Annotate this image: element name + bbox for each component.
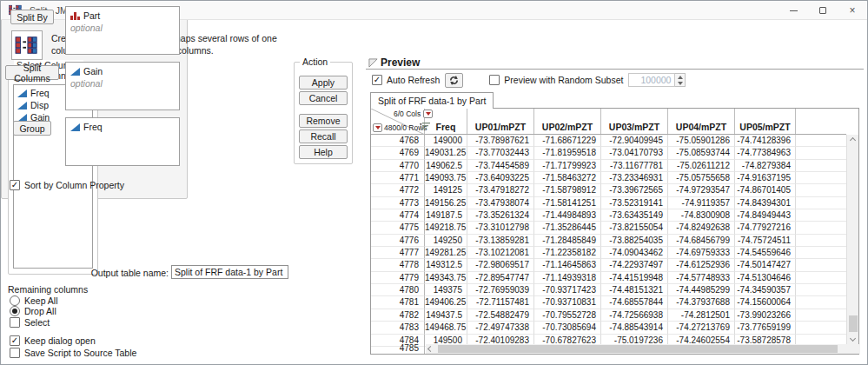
cell[interactable]: -71.14939318 xyxy=(534,272,601,284)
cell[interactable]: -74.57748933 xyxy=(668,272,735,284)
scroll-down-icon[interactable] xyxy=(850,335,856,342)
cell[interactable]: -70.93710831 xyxy=(534,296,601,309)
cell[interactable]: -74.74128396 xyxy=(735,135,796,147)
spin-up-icon[interactable] xyxy=(675,74,685,80)
table-row[interactable]: 4769149031.25-73.77032443-71.81959518-73… xyxy=(371,147,846,159)
horizontal-scrollbar[interactable] xyxy=(426,344,860,354)
cell[interactable]: 149437.5 xyxy=(425,309,467,322)
row-number[interactable]: 4772 xyxy=(371,184,425,196)
select-checkbox[interactable] xyxy=(10,317,20,328)
cell[interactable]: -71.58141251 xyxy=(534,197,601,209)
cell[interactable]: 149187.5 xyxy=(425,209,467,222)
row-number[interactable]: 4777 xyxy=(371,247,425,259)
row-number[interactable]: 4785 xyxy=(371,344,425,354)
cell[interactable]: -73.13859281 xyxy=(467,235,534,247)
cell[interactable]: -74.82492638 xyxy=(668,222,735,234)
cell[interactable]: -74.27213769 xyxy=(668,322,735,334)
cell[interactable]: -74.86701405 xyxy=(735,184,796,196)
vertical-scrollbar[interactable] xyxy=(846,135,858,344)
cell[interactable]: -74.44985299 xyxy=(668,284,735,296)
group-button[interactable]: Group xyxy=(13,121,51,136)
row-number[interactable]: 4770 xyxy=(371,160,425,172)
cell[interactable]: -73.23346931 xyxy=(601,172,668,184)
cell[interactable]: -71.58463272 xyxy=(534,172,601,184)
cell[interactable]: -73.31012798 xyxy=(467,222,534,234)
tab-split-output[interactable]: Split of FRF data-1 by Part xyxy=(370,92,494,109)
cell[interactable]: -74.51304646 xyxy=(735,272,796,284)
cell[interactable]: 149062.5 xyxy=(425,160,467,172)
cell[interactable]: -73.64093225 xyxy=(467,172,534,184)
cell[interactable]: -70.93717423 xyxy=(534,284,601,296)
row-number[interactable]: 4769 xyxy=(371,147,425,159)
cell[interactable]: 149375 xyxy=(425,284,467,296)
cell[interactable]: -73.99023266 xyxy=(735,309,796,322)
cell[interactable]: -73.10212081 xyxy=(467,247,534,259)
cell[interactable]: -70.79552728 xyxy=(534,309,601,322)
cell[interactable]: -74.15600064 xyxy=(735,296,796,309)
cell[interactable]: -74.72566938 xyxy=(601,309,668,322)
column-item-part[interactable]: Part xyxy=(70,10,179,22)
scroll-left-icon[interactable] xyxy=(427,346,434,352)
cell[interactable]: 149343.75 xyxy=(425,272,467,284)
help-button[interactable]: Help xyxy=(299,145,348,159)
drop-all-radio[interactable] xyxy=(10,306,20,316)
spinner-stepper[interactable] xyxy=(675,73,686,87)
cell[interactable]: -73.77659199 xyxy=(735,322,796,334)
cell[interactable]: -74.77927216 xyxy=(735,222,796,234)
cell[interactable]: -70.73085694 xyxy=(534,322,601,334)
cell[interactable]: -74.61252936 xyxy=(668,259,735,271)
cell[interactable]: -74.97293547 xyxy=(668,184,735,196)
cell[interactable]: -72.54882479 xyxy=(467,309,534,322)
cell[interactable]: 149312.5 xyxy=(425,259,467,271)
cell[interactable]: -74.37937688 xyxy=(668,296,735,309)
cell[interactable]: -74.2812501 xyxy=(668,309,735,322)
output-table-name-input[interactable]: Split of FRF data-1 by Part xyxy=(171,265,288,279)
table-row[interactable]: 4770149062.5-73.74454589-71.71799923-73.… xyxy=(371,160,846,172)
row-number[interactable]: 4782 xyxy=(371,309,425,322)
cell[interactable]: -74.22937497 xyxy=(601,259,668,271)
cell[interactable]: -74.91637195 xyxy=(735,172,796,184)
table-row[interactable]: 4772149125-73.47918272-71.58798912-73.39… xyxy=(371,184,846,196)
cell[interactable]: -74.84394301 xyxy=(735,197,796,209)
cell[interactable]: -74.09043462 xyxy=(601,247,668,259)
cell[interactable]: -71.71799923 xyxy=(534,160,601,172)
table-row[interactable]: 4773149156.25-73.47938074-71.58141251-73… xyxy=(371,197,846,209)
cell[interactable]: -74.34590357 xyxy=(735,284,796,296)
hscroll-thumb[interactable] xyxy=(438,345,838,353)
column-item-gain[interactable]: Gain xyxy=(70,65,179,77)
select-columns-list[interactable]: FreqDispGainPart xyxy=(13,84,93,269)
refresh-button[interactable] xyxy=(445,73,463,88)
cell[interactable]: 149250 xyxy=(425,235,467,247)
keep-dialog-open-option[interactable]: ✓ Keep dialog open xyxy=(10,335,96,346)
column-header-up04/mpzt[interactable]: UP04/mPZT xyxy=(668,109,735,134)
cell[interactable]: -73.74454589 xyxy=(467,160,534,172)
cell[interactable]: -75.05901286 xyxy=(668,135,735,147)
split-by-box[interactable]: Part optional xyxy=(65,6,180,55)
cancel-button[interactable]: Cancel xyxy=(299,91,348,105)
cell[interactable]: -75.08593744 xyxy=(668,147,735,159)
group-box[interactable]: Freq xyxy=(65,117,180,166)
cell[interactable]: -72.89547747 xyxy=(467,272,534,284)
cell[interactable]: -72.90409945 xyxy=(601,135,668,147)
split-columns-button[interactable]: Split Columns xyxy=(5,65,59,80)
columns-info[interactable]: 6/0 Cols xyxy=(394,110,433,118)
column-header-up05/mpzt[interactable]: UP05/mPZT xyxy=(735,109,796,134)
cell[interactable]: -73.35261324 xyxy=(467,209,534,222)
cell[interactable]: -71.28485849 xyxy=(534,235,601,247)
cell[interactable]: -73.78987621 xyxy=(467,135,534,147)
cell[interactable]: -72.98069517 xyxy=(467,259,534,271)
cell[interactable]: -74.84949443 xyxy=(735,209,796,222)
column-header-up02/mpzt[interactable]: UP02/mPZT xyxy=(534,109,601,134)
cell[interactable]: 149000 xyxy=(425,135,467,147)
table-row[interactable]: 4771149093.75-73.64093225-71.58463272-73… xyxy=(371,172,846,184)
cell[interactable]: -73.52319141 xyxy=(601,197,668,209)
table-row[interactable]: 4777149281.25-73.10212081-71.22358182-74… xyxy=(371,247,846,259)
split-columns-box[interactable]: Gain optional xyxy=(65,62,180,110)
row-number[interactable]: 4780 xyxy=(371,284,425,296)
cell[interactable]: -73.11677781 xyxy=(601,160,668,172)
row-number[interactable]: 4783 xyxy=(371,322,425,334)
scroll-right-icon[interactable] xyxy=(865,346,868,352)
cell[interactable]: -71.58798912 xyxy=(534,184,601,196)
split-by-button[interactable]: Split By xyxy=(10,10,54,24)
cell[interactable]: -74.8300908 xyxy=(668,209,735,222)
